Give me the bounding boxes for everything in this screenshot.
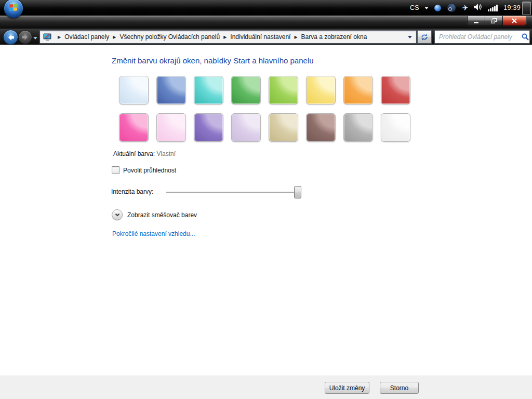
color-swatch-lavender[interactable] [231, 113, 261, 142]
color-swatch-lime[interactable] [269, 76, 298, 104]
back-button[interactable] [3, 30, 18, 45]
color-mixer-expander[interactable]: Zobrazit směšovač barev [112, 209, 197, 220]
search-input[interactable] [435, 33, 522, 41]
current-color-row: Aktuální barva: Vlastní [113, 150, 176, 157]
chevron-down-icon [115, 213, 120, 217]
breadcrumb-item[interactable]: Všechny položky Ovládacích panelů [119, 33, 220, 41]
color-swatch-taupe[interactable] [269, 113, 298, 142]
color-swatch-violet[interactable] [194, 113, 223, 142]
minimize-icon [474, 22, 478, 23]
intensity-slider-thumb[interactable] [294, 186, 301, 198]
color-swatch-slate[interactable] [343, 113, 373, 142]
intensity-row: Intenzita barvy: [111, 186, 309, 200]
close-button[interactable] [503, 16, 526, 25]
navigation-bar: ▶Ovládací panely▶Všechny položky Ovládac… [0, 29, 532, 45]
steam-icon[interactable] [447, 3, 456, 12]
footer-bar: Uložit změny Storno [0, 376, 532, 399]
current-color-value: Vlastní [156, 150, 176, 157]
show-desktop-button[interactable] [522, 2, 531, 15]
refresh-icon [420, 33, 429, 41]
breadcrumb-separator-icon: ▶ [220, 35, 230, 39]
language-dropdown-icon[interactable] [424, 7, 429, 9]
color-swatch-fuchsia[interactable] [119, 113, 149, 142]
system-tray: CS ✈ 19:39 [410, 0, 521, 16]
breadcrumb-item[interactable]: Ovládací panely [64, 33, 109, 41]
advanced-appearance-link[interactable]: Pokročilé nastavení vzhledu... [112, 230, 195, 237]
window-content: Změnit barvu okrajů oken, nabídky Start … [0, 45, 532, 376]
taskbar: CS ✈ 19:39 [0, 0, 532, 16]
refresh-button[interactable] [417, 30, 432, 44]
color-swatch-leaf[interactable] [231, 76, 261, 104]
breadcrumb: ▶Ovládací panely▶Všechny položky Ovládac… [54, 33, 404, 41]
recent-pages-dropdown-icon[interactable] [33, 37, 37, 39]
breadcrumb-separator-icon: ▶ [290, 35, 301, 39]
transparency-checkbox[interactable] [112, 166, 119, 174]
forward-arrow-icon [22, 34, 29, 41]
search-box [434, 30, 530, 44]
intensity-label: Intenzita barvy: [111, 188, 153, 195]
search-icon[interactable] [522, 33, 529, 41]
transparency-row: Povolit průhlednost [112, 166, 176, 174]
chevron-down-button[interactable] [112, 209, 123, 220]
back-arrow-icon [7, 34, 15, 41]
color-swatch-chocolate[interactable] [306, 113, 336, 142]
close-icon [512, 18, 517, 23]
airplane-icon[interactable]: ✈ [462, 4, 468, 11]
breadcrumb-item[interactable]: Barva a zobrazení okna [301, 33, 367, 41]
desktop-screen: CS ✈ 19:39 ▶Ovládací panely▶Všechny pol [0, 0, 532, 399]
address-bar[interactable]: ▶Ovládací panely▶Všechny položky Ovládac… [39, 30, 417, 44]
forward-button[interactable] [18, 30, 32, 44]
restore-icon [491, 18, 497, 23]
current-color-label: Aktuální barva: [113, 150, 155, 157]
breadcrumb-item[interactable]: Individuální nastavení [230, 33, 290, 41]
language-indicator[interactable]: CS [410, 4, 419, 11]
intensity-slider-track[interactable] [166, 192, 300, 193]
color-swatch-sea[interactable] [194, 76, 223, 104]
clock[interactable]: 19:39 [503, 4, 521, 11]
color-swatch-grid [119, 76, 410, 142]
color-swatch-pumpkin[interactable] [343, 76, 373, 104]
cancel-button[interactable]: Storno [380, 382, 419, 394]
page-title: Změnit barvu okrajů oken, nabídky Start … [112, 56, 314, 65]
color-swatch-frost[interactable] [381, 113, 410, 142]
restore-button[interactable] [485, 16, 503, 25]
windows-logo-icon [9, 4, 17, 11]
color-swatch-blush[interactable] [156, 113, 186, 142]
breadcrumb-separator-icon: ▶ [109, 35, 119, 39]
caption-buttons [467, 16, 526, 26]
color-mixer-label[interactable]: Zobrazit směšovač barev [127, 211, 197, 219]
color-swatch-sky[interactable] [119, 76, 149, 104]
address-dropdown-icon[interactable] [408, 36, 412, 38]
breadcrumb-separator-icon: ▶ [54, 35, 64, 39]
window-titlebar [0, 16, 532, 29]
color-swatch-ruby[interactable] [381, 76, 410, 104]
volume-icon[interactable] [474, 4, 482, 12]
color-swatch-sun[interactable] [306, 76, 336, 104]
network-signal-icon[interactable] [488, 5, 498, 11]
save-changes-button[interactable]: Uložit změny [325, 382, 369, 394]
color-swatch-twilight[interactable] [156, 76, 186, 104]
personalization-page-icon [43, 33, 51, 41]
tray-app-icon[interactable] [434, 5, 441, 11]
minimize-button[interactable] [468, 16, 485, 25]
transparency-label[interactable]: Povolit průhlednost [123, 167, 176, 174]
